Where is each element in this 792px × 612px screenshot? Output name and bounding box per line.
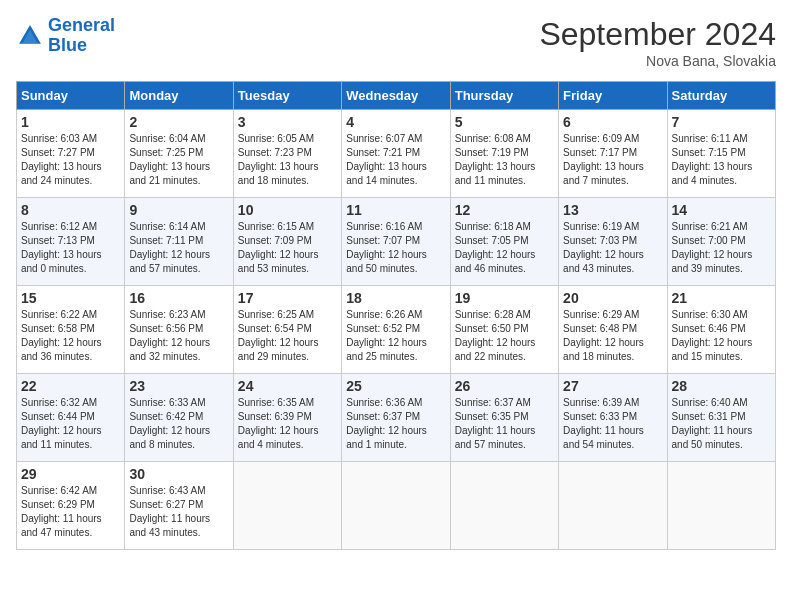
cell-info: Sunrise: 6:08 AM Sunset: 7:19 PM Dayligh… xyxy=(455,132,554,188)
cell-info: Sunrise: 6:37 AM Sunset: 6:35 PM Dayligh… xyxy=(455,396,554,452)
cell-info: Sunrise: 6:43 AM Sunset: 6:27 PM Dayligh… xyxy=(129,484,228,540)
calendar-cell: 14Sunrise: 6:21 AM Sunset: 7:00 PM Dayli… xyxy=(667,198,775,286)
location: Nova Bana, Slovakia xyxy=(539,53,776,69)
day-number: 11 xyxy=(346,202,445,218)
cell-info: Sunrise: 6:11 AM Sunset: 7:15 PM Dayligh… xyxy=(672,132,771,188)
cell-info: Sunrise: 6:21 AM Sunset: 7:00 PM Dayligh… xyxy=(672,220,771,276)
calendar-cell: 27Sunrise: 6:39 AM Sunset: 6:33 PM Dayli… xyxy=(559,374,667,462)
day-number: 30 xyxy=(129,466,228,482)
cell-info: Sunrise: 6:16 AM Sunset: 7:07 PM Dayligh… xyxy=(346,220,445,276)
cell-info: Sunrise: 6:35 AM Sunset: 6:39 PM Dayligh… xyxy=(238,396,337,452)
day-number: 15 xyxy=(21,290,120,306)
day-number: 19 xyxy=(455,290,554,306)
cell-info: Sunrise: 6:22 AM Sunset: 6:58 PM Dayligh… xyxy=(21,308,120,364)
logo: General Blue xyxy=(16,16,115,56)
day-number: 1 xyxy=(21,114,120,130)
cell-info: Sunrise: 6:42 AM Sunset: 6:29 PM Dayligh… xyxy=(21,484,120,540)
calendar-cell: 15Sunrise: 6:22 AM Sunset: 6:58 PM Dayli… xyxy=(17,286,125,374)
calendar-cell: 16Sunrise: 6:23 AM Sunset: 6:56 PM Dayli… xyxy=(125,286,233,374)
calendar-cell: 28Sunrise: 6:40 AM Sunset: 6:31 PM Dayli… xyxy=(667,374,775,462)
cell-info: Sunrise: 6:14 AM Sunset: 7:11 PM Dayligh… xyxy=(129,220,228,276)
calendar-cell xyxy=(233,462,341,550)
day-number: 12 xyxy=(455,202,554,218)
calendar-cell xyxy=(667,462,775,550)
calendar-cell: 10Sunrise: 6:15 AM Sunset: 7:09 PM Dayli… xyxy=(233,198,341,286)
month-title: September 2024 xyxy=(539,16,776,53)
calendar-cell: 22Sunrise: 6:32 AM Sunset: 6:44 PM Dayli… xyxy=(17,374,125,462)
cell-info: Sunrise: 6:03 AM Sunset: 7:27 PM Dayligh… xyxy=(21,132,120,188)
cell-info: Sunrise: 6:07 AM Sunset: 7:21 PM Dayligh… xyxy=(346,132,445,188)
day-number: 2 xyxy=(129,114,228,130)
cell-info: Sunrise: 6:40 AM Sunset: 6:31 PM Dayligh… xyxy=(672,396,771,452)
calendar-cell: 11Sunrise: 6:16 AM Sunset: 7:07 PM Dayli… xyxy=(342,198,450,286)
day-number: 25 xyxy=(346,378,445,394)
calendar-cell: 5Sunrise: 6:08 AM Sunset: 7:19 PM Daylig… xyxy=(450,110,558,198)
logo-line1: General xyxy=(48,15,115,35)
col-header-tuesday: Tuesday xyxy=(233,82,341,110)
day-number: 28 xyxy=(672,378,771,394)
day-number: 10 xyxy=(238,202,337,218)
cell-info: Sunrise: 6:39 AM Sunset: 6:33 PM Dayligh… xyxy=(563,396,662,452)
col-header-sunday: Sunday xyxy=(17,82,125,110)
calendar-cell: 20Sunrise: 6:29 AM Sunset: 6:48 PM Dayli… xyxy=(559,286,667,374)
cell-info: Sunrise: 6:26 AM Sunset: 6:52 PM Dayligh… xyxy=(346,308,445,364)
logo-icon xyxy=(16,22,44,50)
day-number: 9 xyxy=(129,202,228,218)
calendar-cell xyxy=(559,462,667,550)
day-number: 4 xyxy=(346,114,445,130)
page-header: General Blue September 2024 Nova Bana, S… xyxy=(16,16,776,69)
cell-info: Sunrise: 6:09 AM Sunset: 7:17 PM Dayligh… xyxy=(563,132,662,188)
calendar-cell: 19Sunrise: 6:28 AM Sunset: 6:50 PM Dayli… xyxy=(450,286,558,374)
calendar-cell: 1Sunrise: 6:03 AM Sunset: 7:27 PM Daylig… xyxy=(17,110,125,198)
day-number: 3 xyxy=(238,114,337,130)
col-header-monday: Monday xyxy=(125,82,233,110)
cell-info: Sunrise: 6:18 AM Sunset: 7:05 PM Dayligh… xyxy=(455,220,554,276)
day-number: 8 xyxy=(21,202,120,218)
calendar-cell: 21Sunrise: 6:30 AM Sunset: 6:46 PM Dayli… xyxy=(667,286,775,374)
calendar-cell: 9Sunrise: 6:14 AM Sunset: 7:11 PM Daylig… xyxy=(125,198,233,286)
day-number: 18 xyxy=(346,290,445,306)
day-number: 17 xyxy=(238,290,337,306)
calendar-cell: 17Sunrise: 6:25 AM Sunset: 6:54 PM Dayli… xyxy=(233,286,341,374)
col-header-thursday: Thursday xyxy=(450,82,558,110)
calendar-cell: 18Sunrise: 6:26 AM Sunset: 6:52 PM Dayli… xyxy=(342,286,450,374)
day-number: 5 xyxy=(455,114,554,130)
calendar-cell: 4Sunrise: 6:07 AM Sunset: 7:21 PM Daylig… xyxy=(342,110,450,198)
day-number: 26 xyxy=(455,378,554,394)
day-number: 7 xyxy=(672,114,771,130)
day-number: 22 xyxy=(21,378,120,394)
calendar-cell: 26Sunrise: 6:37 AM Sunset: 6:35 PM Dayli… xyxy=(450,374,558,462)
day-number: 13 xyxy=(563,202,662,218)
cell-info: Sunrise: 6:28 AM Sunset: 6:50 PM Dayligh… xyxy=(455,308,554,364)
cell-info: Sunrise: 6:15 AM Sunset: 7:09 PM Dayligh… xyxy=(238,220,337,276)
day-number: 29 xyxy=(21,466,120,482)
cell-info: Sunrise: 6:04 AM Sunset: 7:25 PM Dayligh… xyxy=(129,132,228,188)
day-number: 16 xyxy=(129,290,228,306)
calendar-cell: 7Sunrise: 6:11 AM Sunset: 7:15 PM Daylig… xyxy=(667,110,775,198)
cell-info: Sunrise: 6:05 AM Sunset: 7:23 PM Dayligh… xyxy=(238,132,337,188)
cell-info: Sunrise: 6:32 AM Sunset: 6:44 PM Dayligh… xyxy=(21,396,120,452)
day-number: 27 xyxy=(563,378,662,394)
cell-info: Sunrise: 6:30 AM Sunset: 6:46 PM Dayligh… xyxy=(672,308,771,364)
calendar-cell: 24Sunrise: 6:35 AM Sunset: 6:39 PM Dayli… xyxy=(233,374,341,462)
cell-info: Sunrise: 6:29 AM Sunset: 6:48 PM Dayligh… xyxy=(563,308,662,364)
day-number: 24 xyxy=(238,378,337,394)
calendar-cell: 29Sunrise: 6:42 AM Sunset: 6:29 PM Dayli… xyxy=(17,462,125,550)
calendar-cell: 13Sunrise: 6:19 AM Sunset: 7:03 PM Dayli… xyxy=(559,198,667,286)
col-header-friday: Friday xyxy=(559,82,667,110)
calendar-cell: 30Sunrise: 6:43 AM Sunset: 6:27 PM Dayli… xyxy=(125,462,233,550)
logo-line2: Blue xyxy=(48,36,115,56)
day-number: 21 xyxy=(672,290,771,306)
calendar-cell: 3Sunrise: 6:05 AM Sunset: 7:23 PM Daylig… xyxy=(233,110,341,198)
day-number: 6 xyxy=(563,114,662,130)
calendar-cell: 23Sunrise: 6:33 AM Sunset: 6:42 PM Dayli… xyxy=(125,374,233,462)
cell-info: Sunrise: 6:19 AM Sunset: 7:03 PM Dayligh… xyxy=(563,220,662,276)
calendar-cell: 6Sunrise: 6:09 AM Sunset: 7:17 PM Daylig… xyxy=(559,110,667,198)
cell-info: Sunrise: 6:23 AM Sunset: 6:56 PM Dayligh… xyxy=(129,308,228,364)
calendar-cell xyxy=(342,462,450,550)
calendar-cell: 2Sunrise: 6:04 AM Sunset: 7:25 PM Daylig… xyxy=(125,110,233,198)
cell-info: Sunrise: 6:12 AM Sunset: 7:13 PM Dayligh… xyxy=(21,220,120,276)
col-header-wednesday: Wednesday xyxy=(342,82,450,110)
cell-info: Sunrise: 6:33 AM Sunset: 6:42 PM Dayligh… xyxy=(129,396,228,452)
calendar-cell xyxy=(450,462,558,550)
